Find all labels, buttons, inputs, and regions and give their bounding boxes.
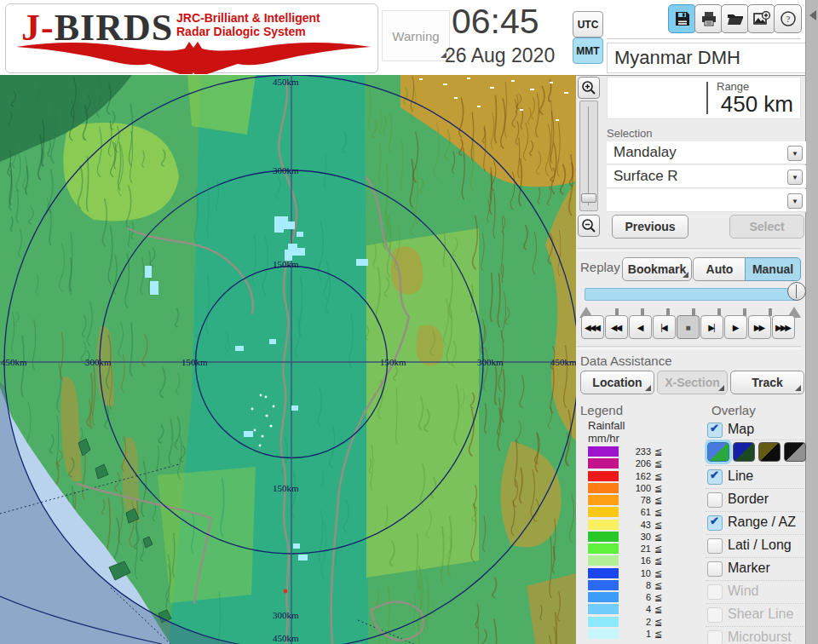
step-back-button[interactable]: |◀ <box>653 315 676 339</box>
overlay-item-label: Wind <box>728 584 758 599</box>
lte-symbol: ≦ <box>654 495 662 506</box>
overlay-microburst-checkbox[interactable]: Microburst <box>706 626 804 644</box>
jbirds-app: J-BIRDS JRC-Brilliant & Intelligent Rada… <box>0 0 818 644</box>
product-dropdown[interactable]: Surface R ▼ <box>607 165 806 188</box>
map-style-swatch-1[interactable] <box>707 442 729 462</box>
manual-button[interactable]: Manual <box>745 257 801 281</box>
radar-map-canvas: 450km 300km 150km 150km 300km 450km 450k… <box>0 75 576 644</box>
legend-swatch <box>588 532 619 542</box>
legend-swatch <box>588 520 619 530</box>
ring-label: 150km <box>181 357 208 367</box>
map-style-swatch-4[interactable] <box>784 442 806 462</box>
header: J-BIRDS JRC-Brilliant & Intelligent Rada… <box>0 0 806 76</box>
forward-fast-button[interactable]: ▶▶▶ <box>772 315 795 339</box>
overlay-line-checkbox[interactable]: Line <box>706 465 804 488</box>
lte-symbol: ≦ <box>654 580 662 591</box>
ring-label: 450km <box>273 77 299 87</box>
overlay-border-checkbox[interactable]: Border <box>706 488 804 511</box>
play-reverse-button[interactable]: ◀ <box>629 315 652 339</box>
legend-unit: mm/hr <box>588 432 619 445</box>
lte-symbol: ≦ <box>654 471 662 482</box>
legend-swatch <box>588 507 619 517</box>
selection-label: Selection <box>607 127 652 140</box>
chevron-down-icon[interactable]: ▼ <box>787 170 803 185</box>
overlay-item-label: Marker <box>728 561 770 576</box>
auto-button[interactable]: Auto <box>693 257 746 281</box>
zoom-out-button[interactable] <box>578 215 600 237</box>
legend-swatch <box>588 555 619 566</box>
lte-symbol: ≦ <box>654 629 662 640</box>
save-button[interactable] <box>668 4 696 33</box>
xsection-button[interactable]: X-Section <box>657 371 728 394</box>
legend-label: Legend <box>580 403 623 417</box>
ring-label: 300km <box>85 357 112 367</box>
checkbox[interactable] <box>707 607 723 623</box>
select-button[interactable]: Select <box>729 215 804 239</box>
play-button[interactable]: ▶ <box>724 315 747 339</box>
map-style-swatch-2[interactable] <box>733 442 755 462</box>
checkbox[interactable] <box>707 630 723 644</box>
panel-collapse-strip[interactable] <box>805 0 818 644</box>
replay-slider-handle[interactable] <box>787 282 806 301</box>
print-button[interactable] <box>694 4 723 33</box>
lte-symbol: ≦ <box>654 507 662 518</box>
collapse-arrow-icon[interactable] <box>809 10 816 20</box>
overlay-range-az-checkbox[interactable]: Range / AZ <box>706 511 804 534</box>
overlay-shear-line-checkbox[interactable]: Shear Line <box>706 603 804 626</box>
overlay-wind-checkbox[interactable]: Wind <box>706 580 804 603</box>
replay-label: Replay <box>580 260 620 274</box>
help-button[interactable]: ? <box>774 4 802 33</box>
map-style-row <box>706 440 804 463</box>
logo-subtitle: JRC-Brilliant & Intelligent Radar Dialog… <box>176 11 320 38</box>
overlay-lati-long-checkbox[interactable]: Lati / Long <box>706 534 804 557</box>
legend-value: 21 <box>622 543 651 554</box>
checkbox[interactable] <box>707 584 723 600</box>
legend-swatch <box>588 458 619 469</box>
overlay-marker-checkbox[interactable]: Marker <box>706 557 804 580</box>
warning-button[interactable]: Warning <box>382 10 450 61</box>
radar-map[interactable]: 450km 300km 150km 150km 300km 450km 450k… <box>0 75 576 644</box>
zoom-slider-track[interactable] <box>579 101 598 211</box>
utc-button[interactable]: UTC <box>573 11 603 37</box>
data-assistance-label: Data Assistance <box>580 354 672 368</box>
zoom-in-button[interactable] <box>578 77 600 99</box>
jbirds-logo: J-BIRDS JRC-Brilliant & Intelligent Rada… <box>5 3 378 73</box>
rewind-fast-button[interactable]: ◀◀◀ <box>581 315 604 339</box>
forward-button[interactable]: ▶▶ <box>748 315 771 339</box>
previous-button[interactable]: Previous <box>612 215 688 239</box>
header-separator <box>607 38 801 39</box>
overlay-item-label: Line <box>728 469 753 484</box>
playback-controls: ◀◀◀ ◀◀ ◀ |◀ ■ ▶| ▶ ▶▶ ▶▶▶ <box>581 315 801 339</box>
mmt-button[interactable]: MMT <box>573 37 603 64</box>
site-dropdown[interactable]: Mandalay ▼ <box>607 141 806 164</box>
location-button[interactable]: Location <box>580 371 654 394</box>
clock-time: 06:45 <box>452 2 539 42</box>
checkbox[interactable] <box>707 492 723 508</box>
bookmark-button[interactable]: Bookmark <box>622 257 692 281</box>
checkbox[interactable] <box>707 561 723 577</box>
map-style-swatch-3[interactable] <box>758 442 781 462</box>
extra-dropdown[interactable]: ▼ <box>607 189 806 212</box>
clock-date: 26 Aug 2020 <box>445 44 555 67</box>
replay-slider-track[interactable] <box>585 288 799 301</box>
chevron-down-icon[interactable]: ▼ <box>787 193 803 209</box>
overlay-item-label: Border <box>728 492 769 507</box>
checkbox[interactable] <box>707 469 723 485</box>
zoom-slider-handle[interactable] <box>581 193 596 203</box>
checkbox[interactable] <box>707 538 723 554</box>
overlay-map-checkbox[interactable]: Map <box>706 419 804 441</box>
step-forward-button[interactable]: ▶| <box>700 315 723 339</box>
checkbox[interactable] <box>707 423 723 438</box>
lte-symbol: ≦ <box>654 483 662 494</box>
stop-button[interactable]: ■ <box>677 315 700 339</box>
legend-swatch <box>588 471 619 481</box>
ring-label: 300km <box>273 610 299 620</box>
track-button[interactable]: Track <box>730 371 804 394</box>
capture-image-button[interactable] <box>747 4 775 33</box>
open-folder-button[interactable] <box>721 4 749 33</box>
rewind-button[interactable]: ◀◀ <box>605 315 628 339</box>
ring-label: 450km <box>273 633 299 643</box>
chevron-down-icon[interactable]: ▼ <box>787 146 803 161</box>
checkbox[interactable] <box>707 515 723 531</box>
legend-value: 43 <box>622 520 651 530</box>
